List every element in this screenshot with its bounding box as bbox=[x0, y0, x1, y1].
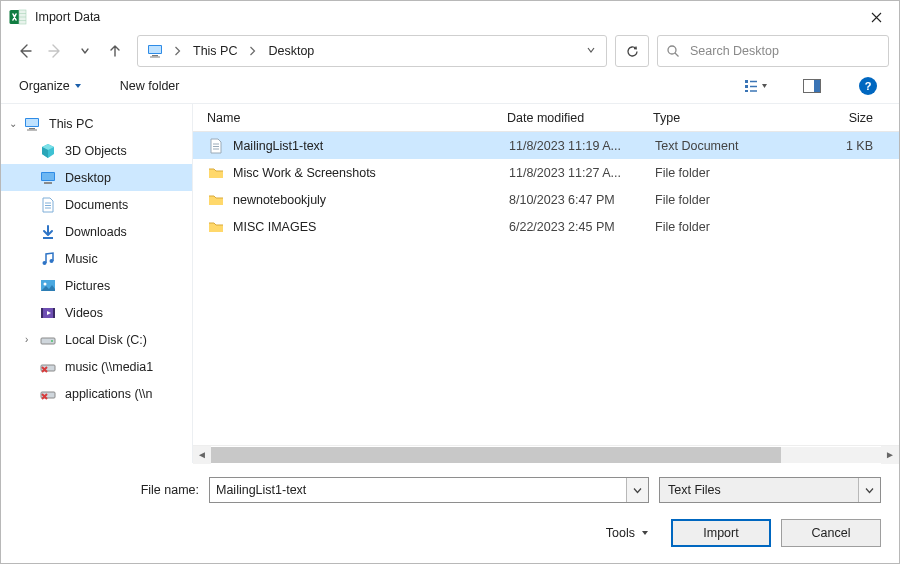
command-bar: Organize New folder ? bbox=[1, 69, 899, 103]
folder-icon bbox=[207, 164, 225, 182]
tree-documents[interactable]: Documents bbox=[1, 191, 192, 218]
column-date-modified[interactable]: Date modified bbox=[507, 111, 653, 125]
column-type[interactable]: Type bbox=[653, 111, 799, 125]
file-type: File folder bbox=[655, 220, 801, 234]
navigation-tree[interactable]: ⌄ This PC 3D Objects Desktop Documents D… bbox=[1, 104, 193, 463]
file-name: newnotebookjuly bbox=[233, 193, 509, 207]
cancel-button[interactable]: Cancel bbox=[781, 519, 881, 547]
svg-line-10 bbox=[675, 53, 679, 57]
import-button[interactable]: Import bbox=[671, 519, 771, 547]
back-button[interactable] bbox=[11, 37, 39, 65]
file-row[interactable]: MailingList1-text11/8/2023 11:19 A...Tex… bbox=[193, 132, 899, 159]
address-history-dropdown[interactable] bbox=[580, 44, 602, 58]
drive-icon bbox=[39, 331, 57, 349]
horizontal-scrollbar[interactable]: ◄ ► bbox=[193, 445, 899, 463]
breadcrumb-this-pc[interactable]: This PC bbox=[187, 40, 243, 62]
filename-label: File name: bbox=[19, 483, 199, 497]
breadcrumb-desktop[interactable]: Desktop bbox=[262, 40, 320, 62]
tree-network-music[interactable]: music (\\media1 bbox=[1, 353, 192, 380]
file-name: MISC IMAGES bbox=[233, 220, 509, 234]
file-row[interactable]: newnotebookjuly8/10/2023 6:47 PMFile fol… bbox=[193, 186, 899, 213]
file-type-filter[interactable]: Text Files bbox=[659, 477, 881, 503]
svg-rect-8 bbox=[150, 57, 160, 58]
file-date: 6/22/2023 2:45 PM bbox=[509, 220, 655, 234]
svg-point-33 bbox=[44, 282, 47, 285]
pictures-icon bbox=[39, 277, 57, 295]
tree-this-pc[interactable]: ⌄ This PC bbox=[1, 110, 192, 137]
scroll-right-button[interactable]: ► bbox=[881, 446, 899, 464]
file-name: Misc Work & Screenshots bbox=[233, 166, 509, 180]
tree-downloads[interactable]: Downloads bbox=[1, 218, 192, 245]
filename-input[interactable] bbox=[210, 483, 626, 497]
svg-rect-20 bbox=[26, 119, 38, 126]
tree-desktop[interactable]: Desktop bbox=[1, 164, 192, 191]
svg-rect-6 bbox=[149, 46, 161, 53]
downloads-icon bbox=[39, 223, 57, 241]
dialog-body: ⌄ This PC 3D Objects Desktop Documents D… bbox=[1, 103, 899, 463]
svg-rect-36 bbox=[53, 308, 55, 318]
svg-point-31 bbox=[50, 259, 54, 263]
dialog-footer: File name: Text Files Tools Import Cance… bbox=[1, 463, 899, 563]
expand-icon[interactable]: › bbox=[25, 334, 28, 345]
this-pc-icon bbox=[23, 115, 41, 133]
import-data-dialog: Import Data This PC Desktop bbox=[0, 0, 900, 564]
tools-menu[interactable]: Tools bbox=[594, 526, 661, 540]
svg-rect-35 bbox=[41, 308, 43, 318]
folder-icon bbox=[207, 191, 225, 209]
recent-locations-button[interactable] bbox=[71, 37, 99, 65]
view-mode-button[interactable] bbox=[741, 73, 771, 99]
column-size[interactable]: Size bbox=[799, 111, 899, 125]
svg-rect-22 bbox=[27, 129, 37, 130]
scroll-left-button[interactable]: ◄ bbox=[193, 446, 211, 464]
network-drive-disconnected-icon bbox=[39, 358, 57, 376]
this-pc-icon bbox=[146, 42, 164, 60]
titlebar: Import Data bbox=[1, 1, 899, 33]
search-box[interactable] bbox=[657, 35, 889, 67]
refresh-button[interactable] bbox=[615, 35, 649, 67]
filter-dropdown[interactable] bbox=[858, 478, 880, 502]
help-icon: ? bbox=[859, 77, 877, 95]
svg-rect-7 bbox=[152, 55, 158, 56]
expand-icon[interactable]: ⌄ bbox=[9, 118, 17, 129]
svg-rect-24 bbox=[42, 173, 54, 180]
tree-local-disk-c[interactable]: › Local Disk (C:) bbox=[1, 326, 192, 353]
preview-pane-button[interactable] bbox=[797, 73, 827, 99]
documents-icon bbox=[39, 196, 57, 214]
text-file-icon bbox=[207, 137, 225, 155]
tree-pictures[interactable]: Pictures bbox=[1, 272, 192, 299]
tree-videos[interactable]: Videos bbox=[1, 299, 192, 326]
breadcrumb-chevron[interactable] bbox=[243, 42, 262, 60]
file-date: 8/10/2023 6:47 PM bbox=[509, 193, 655, 207]
file-row[interactable]: Misc Work & Screenshots11/8/2023 11:27 A… bbox=[193, 159, 899, 186]
filename-combo[interactable] bbox=[209, 477, 649, 503]
organize-menu[interactable]: Organize bbox=[19, 79, 82, 93]
file-date: 11/8/2023 11:19 A... bbox=[509, 139, 655, 153]
tree-network-applications[interactable]: applications (\\n bbox=[1, 380, 192, 407]
file-row[interactable]: MISC IMAGES6/22/2023 2:45 PMFile folder bbox=[193, 213, 899, 240]
close-icon bbox=[871, 12, 882, 23]
column-name[interactable]: Name bbox=[207, 111, 507, 125]
search-input[interactable] bbox=[688, 43, 880, 59]
help-button[interactable]: ? bbox=[853, 73, 883, 99]
close-button[interactable] bbox=[853, 1, 899, 33]
forward-button[interactable] bbox=[41, 37, 69, 65]
breadcrumb-chevron[interactable] bbox=[168, 42, 187, 60]
svg-rect-18 bbox=[814, 80, 820, 92]
up-button[interactable] bbox=[101, 37, 129, 65]
tree-3d-objects[interactable]: 3D Objects bbox=[1, 137, 192, 164]
svg-point-30 bbox=[43, 261, 47, 265]
scrollbar-thumb[interactable] bbox=[211, 447, 781, 463]
scrollbar-track[interactable] bbox=[211, 447, 881, 463]
svg-rect-25 bbox=[44, 182, 52, 184]
filename-dropdown[interactable] bbox=[626, 478, 648, 502]
column-headers: Name Date modified Type Size bbox=[193, 104, 899, 132]
file-list[interactable]: MailingList1-text11/8/2023 11:19 A...Tex… bbox=[193, 132, 899, 445]
file-type: File folder bbox=[655, 193, 801, 207]
tree-music[interactable]: Music bbox=[1, 245, 192, 272]
new-folder-button[interactable]: New folder bbox=[120, 79, 180, 93]
address-bar[interactable]: This PC Desktop bbox=[137, 35, 607, 67]
music-icon bbox=[39, 250, 57, 268]
folder-icon bbox=[207, 218, 225, 236]
excel-icon bbox=[9, 8, 27, 26]
desktop-icon bbox=[39, 169, 57, 187]
